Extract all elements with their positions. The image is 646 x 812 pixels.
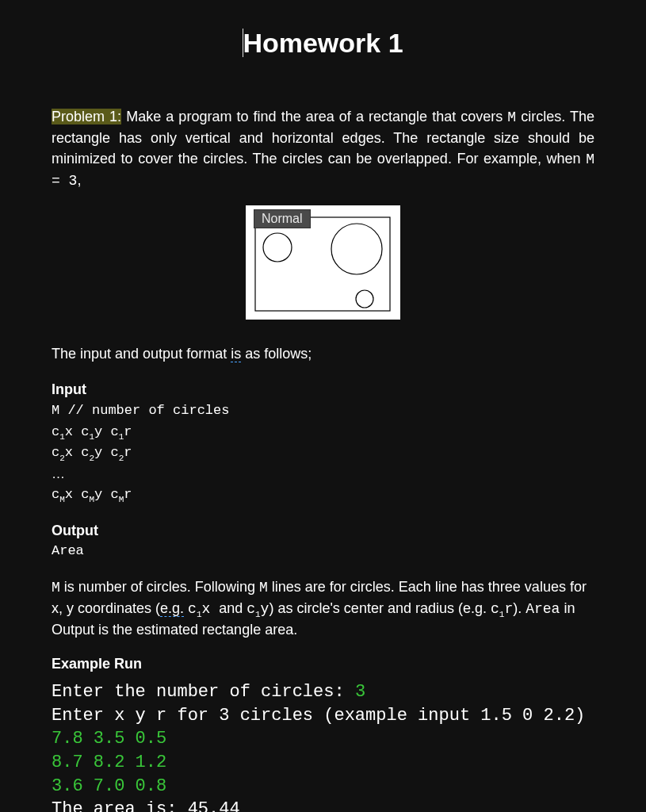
circle-3 [356,290,373,308]
figure-container: Normal [52,205,594,320]
desc-c1r: c1r [491,601,513,617]
io-intro-pre: The input and output format [52,346,231,362]
input-ellipsis: … [52,464,594,485]
output-heading: Output [52,523,594,539]
title-text: Homework 1 [243,28,403,58]
example-line-5: 3.6 7.0 0.8 [52,775,594,799]
description-paragraph: M is number of circles. Following M line… [52,576,594,640]
problem-text-1: Make a program to find the area of a rec… [121,109,507,124]
bounding-rectangle [255,217,390,311]
desc-d: ). [513,600,526,616]
document-page: Homework 1 Problem 1: Make a program to … [0,0,646,812]
desc-eg: e.g. [160,600,184,617]
io-intro-post: as follows; [241,346,312,362]
l1-pre: Enter the number of circles: [52,682,355,702]
desc-M: M [52,580,60,596]
output-value: Area [52,541,594,561]
problem-statement: Problem 1: Make a program to find the ar… [52,106,594,191]
input-format-block: M // number of circles c1x c1y c1r c2x c… [52,400,594,505]
desc-area: Area [526,601,560,617]
desc-c1x: c1x [188,601,219,617]
input-M: M [52,403,59,418]
example-line-4: 8.7 8.2 1.2 [52,751,594,775]
desc-and: and [219,600,247,616]
inline-code-M: M [507,109,516,125]
desc-c: ) as circle's center and radius (e.g. [269,600,491,616]
example-heading: Example Run [52,656,594,672]
input-heading: Input [52,381,594,398]
comma: , [77,172,81,188]
example-line-6: The area is: 45.44 [52,798,594,812]
example-line-3: 7.8 3.5 0.5 [52,727,594,751]
figure: Normal [246,205,400,320]
example-line-1: Enter the number of circles: 3 [52,680,594,704]
desc-c1y: c1y [247,601,269,617]
circle-1 [263,233,292,262]
figure-label: Normal [254,209,311,228]
desc-M2: M [259,580,268,596]
circle-2 [331,224,382,274]
desc-a: is number of circles. Following [60,579,259,595]
page-title: Homework 1 [52,28,594,59]
l1-val: 3 [355,682,365,702]
example-run-block: Enter the number of circles: 3 Enter x y… [52,680,594,812]
input-M-comment: // number of circles [59,403,229,418]
io-intro: The input and output format is as follow… [52,343,594,364]
input-line-M: M // number of circles [52,400,594,421]
example-line-2: Enter x y r for 3 circles (example input… [52,704,594,728]
io-intro-is: is [231,346,241,362]
problem-label: Problem 1: [52,109,121,124]
input-line-c2: c2x c2y c2r [52,442,594,463]
input-line-cM: cMx cMy cMr [52,485,594,505]
input-line-c1: c1x c1y c1r [52,422,594,442]
